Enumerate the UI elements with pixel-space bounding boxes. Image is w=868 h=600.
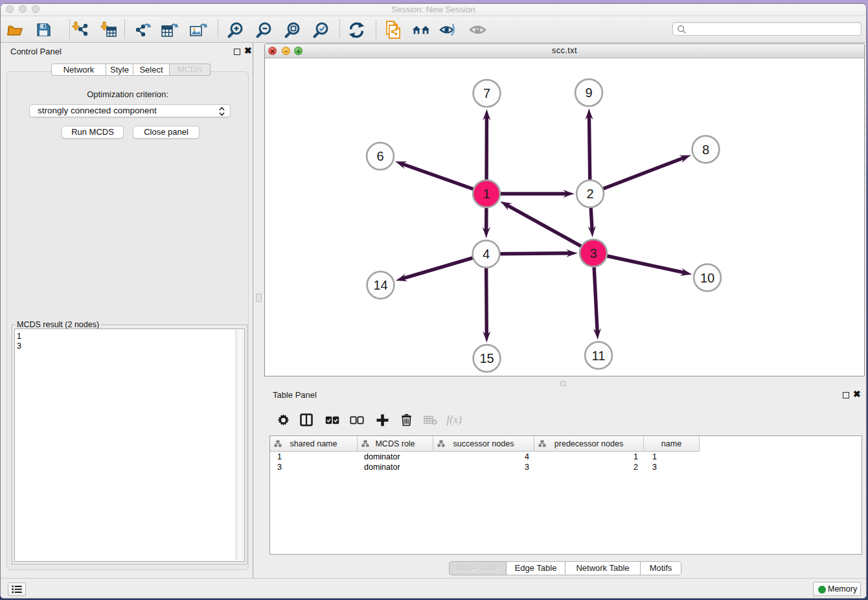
status-bar: Memory bbox=[1, 578, 866, 599]
apply-layout-icon[interactable] bbox=[347, 21, 365, 39]
select-all-icon[interactable] bbox=[323, 410, 342, 430]
table-cell[interactable]: 3 bbox=[270, 462, 358, 472]
tab-node-table[interactable]: Node Table bbox=[449, 561, 507, 575]
node-label-8: 8 bbox=[702, 143, 709, 157]
export-image-icon[interactable] bbox=[189, 21, 207, 39]
export-table-icon[interactable] bbox=[161, 21, 179, 39]
close-panel-button[interactable]: Close panel bbox=[133, 126, 200, 139]
hide-selected-icon[interactable] bbox=[439, 21, 457, 39]
delete-table-icon[interactable] bbox=[420, 410, 440, 430]
delete-rows-icon[interactable] bbox=[396, 410, 416, 430]
first-neighbors-icon[interactable] bbox=[412, 21, 430, 39]
table-cell[interactable]: 3 bbox=[644, 462, 700, 472]
table-cell[interactable]: 3 bbox=[433, 462, 534, 472]
zoom-out-icon[interactable] bbox=[255, 21, 273, 39]
table-cell[interactable]: 2 bbox=[534, 462, 644, 472]
edge-3-1[interactable] bbox=[506, 205, 582, 247]
result-scrollbar[interactable] bbox=[235, 330, 244, 560]
table-row[interactable]: 3dominator323 bbox=[270, 462, 862, 472]
tab-network-table[interactable]: Network Table bbox=[565, 561, 641, 575]
column-header-name[interactable]: name bbox=[644, 436, 700, 451]
tab-edge-table[interactable]: Edge Table bbox=[507, 561, 565, 575]
node-label-3: 3 bbox=[589, 246, 597, 260]
control-panel-float-icon[interactable] bbox=[234, 49, 240, 55]
table-cell[interactable]: 1 bbox=[270, 452, 358, 462]
edge-3-11[interactable] bbox=[594, 266, 597, 333]
tab-mcds[interactable]: MCDS bbox=[170, 63, 211, 76]
table-cell[interactable]: 1 bbox=[534, 452, 644, 462]
table-panel: Table Panel ✖ bbox=[254, 387, 867, 578]
show-columns-icon[interactable] bbox=[297, 410, 316, 430]
horizontal-splitter-grip[interactable] bbox=[560, 381, 566, 386]
control-panel-close-icon[interactable]: ✖ bbox=[244, 45, 252, 56]
memory-button[interactable]: Memory bbox=[813, 582, 861, 596]
node-table-header: shared nameMCDS rolesuccessor nodesprede… bbox=[270, 436, 700, 452]
toolbar-separator bbox=[124, 20, 125, 38]
new-network-from-selection-icon[interactable] bbox=[384, 21, 402, 39]
column-settings-icon[interactable] bbox=[273, 410, 293, 430]
import-table-icon[interactable] bbox=[100, 21, 118, 39]
node-label-9: 9 bbox=[585, 86, 592, 100]
edge-4-3[interactable] bbox=[499, 253, 571, 254]
mcds-result-title: MCDS result (2 nodes) bbox=[15, 320, 101, 329]
tab-motifs[interactable]: Motifs bbox=[641, 561, 681, 575]
zoom-selected-icon[interactable] bbox=[312, 21, 330, 39]
table-panel-close-icon[interactable]: ✖ bbox=[853, 389, 861, 399]
zoom-in-icon[interactable] bbox=[226, 21, 244, 39]
vertical-splitter-grip[interactable] bbox=[256, 294, 262, 302]
column-header-shared-name[interactable]: shared name bbox=[270, 436, 358, 451]
main-area: Control Panel ✖ NetworkStyleSelectMCDS O… bbox=[1, 43, 866, 578]
table-cell[interactable]: 1 bbox=[644, 452, 700, 462]
import-network-icon[interactable] bbox=[71, 21, 89, 39]
show-panels-button[interactable] bbox=[8, 583, 26, 596]
edge-4-15[interactable] bbox=[486, 267, 487, 336]
node-label-6: 6 bbox=[376, 149, 383, 163]
search-input[interactable] bbox=[672, 22, 862, 36]
optimization-criterion-select[interactable]: strongly connected component bbox=[29, 104, 231, 117]
mcds-result-list[interactable]: 13 bbox=[14, 329, 245, 562]
node-label-14: 14 bbox=[373, 278, 387, 292]
network-frame-titlebar[interactable]: ✕ − + scc.txt bbox=[265, 44, 864, 58]
edge-2-3[interactable] bbox=[591, 207, 592, 231]
control-panel-title: Control Panel bbox=[10, 47, 62, 56]
edge-1-6[interactable] bbox=[402, 164, 474, 190]
control-panel: Control Panel ✖ NetworkStyleSelectMCDS O… bbox=[1, 43, 253, 578]
node-label-7: 7 bbox=[483, 86, 490, 100]
export-network-icon[interactable] bbox=[133, 21, 152, 39]
tab-select[interactable]: Select bbox=[133, 63, 170, 76]
edge-3-10[interactable] bbox=[606, 256, 685, 273]
mcds-result-box: MCDS result (2 nodes) 13 bbox=[12, 325, 247, 564]
save-session-icon[interactable] bbox=[34, 21, 52, 39]
zoom-fit-icon[interactable] bbox=[283, 21, 301, 39]
mcds-result-items: 13 bbox=[17, 332, 21, 351]
node-label-11: 11 bbox=[592, 349, 606, 363]
table-cell[interactable]: dominator bbox=[358, 462, 433, 472]
edge-2-9[interactable] bbox=[589, 115, 589, 181]
table-cell[interactable]: 4 bbox=[433, 452, 534, 462]
main-toolbar bbox=[1, 16, 866, 43]
toolbar-separator bbox=[218, 20, 218, 38]
column-header-predecessor-nodes[interactable]: predecessor nodes bbox=[534, 436, 644, 451]
node-label-1: 1 bbox=[483, 187, 490, 201]
add-row-icon[interactable] bbox=[372, 410, 392, 430]
table-cell[interactable]: dominator bbox=[358, 452, 433, 462]
tab-network[interactable]: Network bbox=[51, 63, 106, 76]
edge-2-8[interactable] bbox=[602, 157, 685, 189]
show-all-icon[interactable] bbox=[468, 21, 486, 39]
edge-4-14[interactable] bbox=[402, 258, 474, 279]
node-table[interactable]: shared nameMCDS rolesuccessor nodesprede… bbox=[269, 435, 862, 555]
combo-arrows-icon bbox=[218, 106, 226, 117]
table-row[interactable]: 1dominator411 bbox=[270, 452, 862, 462]
run-mcds-button[interactable]: Run MCDS bbox=[62, 126, 124, 139]
deselect-all-icon[interactable] bbox=[347, 410, 367, 430]
network-graph: 1234678910111415 bbox=[265, 58, 864, 376]
window-title: Session: New Session bbox=[1, 5, 866, 14]
open-session-icon[interactable] bbox=[6, 21, 24, 39]
function-builder-icon[interactable]: f(x) bbox=[444, 410, 464, 430]
tab-style[interactable]: Style bbox=[106, 63, 133, 76]
network-canvas[interactable]: 1234678910111415 bbox=[265, 58, 864, 376]
column-header-successor-nodes[interactable]: successor nodes bbox=[433, 436, 534, 451]
column-header-MCDS-role[interactable]: MCDS role bbox=[358, 436, 433, 451]
table-panel-float-icon[interactable] bbox=[843, 392, 849, 398]
optimization-criterion-label: Optimization criterion: bbox=[7, 89, 248, 99]
